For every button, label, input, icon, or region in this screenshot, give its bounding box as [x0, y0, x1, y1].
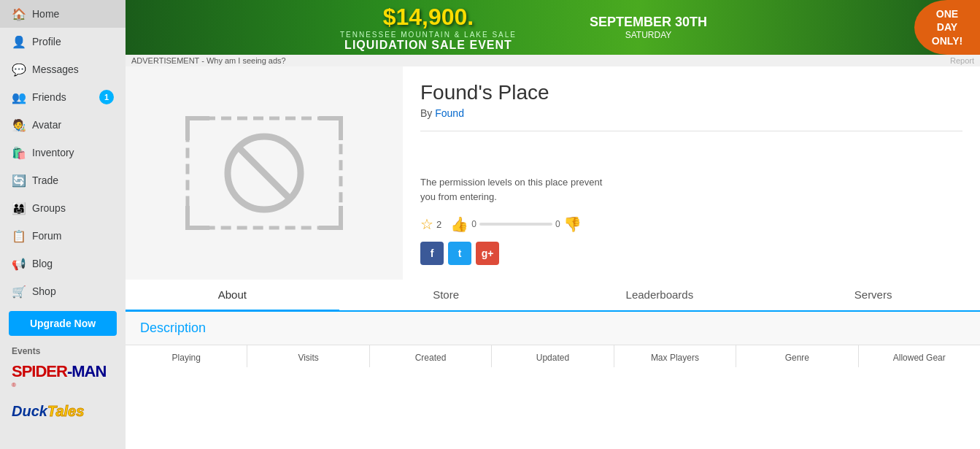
ad-banner: $14,900. TENNESSEE MOUNTAIN & LAKE SALE … — [126, 0, 980, 55]
twitter-share-button[interactable]: t — [448, 242, 471, 265]
sidebar-label-avatar: Avatar — [32, 119, 114, 131]
sidebar-label-groups: Groups — [32, 202, 114, 214]
stat-visits: Visits — [247, 345, 369, 367]
tabs: About Store Leaderboards Servers — [126, 280, 980, 312]
forum-icon: 📋 — [12, 229, 26, 243]
googleplus-share-button[interactable]: g+ — [476, 242, 499, 265]
stat-allowedgear: Allowed Gear — [859, 345, 980, 367]
ad-line1: TENNESSEE MOUNTAIN & LAKE SALE — [340, 31, 517, 39]
sidebar-item-home[interactable]: 🏠 Home — [0, 0, 126, 28]
stat-updated-label: Updated — [536, 353, 569, 363]
vote-bar: 👍 0 0 👎 — [450, 215, 581, 233]
stat-updated: Updated — [492, 345, 614, 367]
facebook-share-button[interactable]: f — [420, 242, 444, 265]
place-author-line: By Found — [420, 107, 962, 119]
sidebar-label-forum: Forum — [32, 230, 114, 242]
sidebar-item-shop[interactable]: 🛒 Shop — [0, 277, 126, 305]
sidebar-label-inventory: Inventory — [32, 147, 114, 158]
stat-genre-label: Genre — [785, 353, 809, 363]
place-top: Found's Place By Found The permission le… — [126, 66, 980, 280]
trade-icon: 🔄 — [12, 173, 26, 188]
sidebar-label-shop: Shop — [32, 285, 114, 297]
friends-badge: 1 — [99, 90, 114, 104]
sidebar-item-friends[interactable]: 👥 Friends 1 — [0, 83, 126, 111]
ad-price: $14,900. — [383, 4, 474, 31]
tab-store[interactable]: Store — [339, 280, 553, 312]
ad-report-link[interactable]: Report — [950, 56, 974, 65]
home-icon: 🏠 — [12, 7, 26, 21]
ad-oneday: ONE DAY ONLY! — [914, 0, 980, 55]
place-permission-text: The permission levels on this place prev… — [420, 175, 610, 204]
divider-top — [420, 131, 962, 131]
stat-created: Created — [370, 345, 492, 367]
sidebar-item-inventory[interactable]: 🛍️ Inventory — [0, 139, 126, 166]
tab-leaderboards[interactable]: Leaderboards — [553, 280, 767, 312]
sidebar-item-groups[interactable]: 👨‍👩‍👧 Groups — [0, 194, 126, 222]
sidebar-label-messages: Messages — [32, 64, 114, 75]
friends-icon: 👥 — [12, 90, 26, 104]
sidebar-label-blog: Blog — [32, 258, 114, 269]
shop-icon: 🛒 — [12, 284, 26, 299]
ad-notice-text: ADVERTISEMENT - Why am I seeing ads? — [131, 56, 286, 65]
place-title: Found's Place — [420, 81, 962, 104]
sidebar-item-forum[interactable]: 📋 Forum — [0, 222, 126, 250]
sidebar-item-trade[interactable]: 🔄 Trade — [0, 166, 126, 194]
description-title: Description — [140, 321, 965, 336]
thumbdown-button[interactable]: 👎 — [563, 215, 582, 233]
vote-separator — [479, 223, 552, 226]
stat-playing: Playing — [126, 345, 247, 367]
favorite-button[interactable]: ☆ 2 — [420, 215, 441, 233]
main-content: $14,900. TENNESSEE MOUNTAIN & LAKE SALE … — [126, 0, 980, 449]
ad-date: SEPTEMBER 30TH — [590, 15, 707, 30]
event-spiderman[interactable]: SPIDER-MAN ® — [0, 358, 126, 399]
upvote-count: 0 — [471, 219, 477, 229]
sidebar-item-avatar[interactable]: 🧑‍🎨 Avatar — [0, 111, 126, 139]
upgrade-button[interactable]: Upgrade Now — [9, 311, 117, 336]
downvote-count: 0 — [555, 219, 560, 229]
stat-allowedgear-label: Allowed Gear — [893, 353, 946, 363]
sidebar-label-friends: Friends — [32, 91, 99, 103]
star-icon: ☆ — [420, 215, 433, 233]
inventory-icon: 🛍️ — [12, 145, 26, 160]
messages-icon: 💬 — [12, 62, 26, 77]
blog-icon: 📢 — [12, 256, 26, 271]
social-buttons: f t g+ — [420, 242, 962, 265]
ad-notice: ADVERTISEMENT - Why am I seeing ads? Rep… — [126, 55, 980, 66]
svg-line-2 — [239, 147, 290, 199]
sidebar-item-profile[interactable]: 👤 Profile — [0, 28, 126, 55]
thumbnail-placeholder-svg — [180, 111, 348, 235]
place-thumbnail — [126, 66, 403, 280]
events-label: Events — [0, 342, 126, 358]
sidebar: 🏠 Home 👤 Profile 💬 Messages 👥 Friends 1 … — [0, 0, 126, 449]
event-ducktales[interactable]: DuckTales — [0, 399, 126, 424]
ducktales-logo: DuckTales — [12, 403, 84, 419]
ad-day: SATURDAY — [590, 30, 707, 40]
groups-icon: 👨‍👩‍👧 — [12, 201, 26, 215]
sidebar-item-blog[interactable]: 📢 Blog — [0, 250, 126, 277]
sidebar-item-messages[interactable]: 💬 Messages — [0, 55, 126, 83]
tab-servers[interactable]: Servers — [766, 280, 980, 312]
stat-maxplayers: Max Players — [614, 345, 736, 367]
sidebar-label-trade: Trade — [32, 174, 114, 186]
place-author-link[interactable]: Found — [435, 107, 464, 119]
profile-icon: 👤 — [12, 34, 26, 49]
stat-visits-label: Visits — [298, 353, 318, 363]
avatar-icon: 🧑‍🎨 — [12, 118, 26, 132]
tab-about[interactable]: About — [126, 280, 339, 312]
sidebar-label-profile: Profile — [32, 36, 114, 47]
stat-created-label: Created — [415, 353, 447, 363]
spiderman-logo: SPIDER-MAN — [12, 362, 106, 380]
thumbup-button[interactable]: 👍 — [450, 215, 468, 233]
stat-playing-label: Playing — [172, 353, 201, 363]
place-info: Found's Place By Found The permission le… — [403, 66, 980, 280]
star-count: 2 — [436, 219, 441, 230]
stat-maxplayers-label: Max Players — [651, 353, 699, 363]
ad-line2: LIQUIDATION SALE EVENT — [344, 39, 512, 52]
stats-row: Playing Visits Created Updated Max Playe… — [126, 345, 980, 367]
stat-genre: Genre — [736, 345, 858, 367]
place-actions: ☆ 2 👍 0 0 👎 — [420, 215, 962, 233]
place-card: Found's Place By Found The permission le… — [126, 66, 980, 449]
description-section: Description — [126, 312, 980, 345]
sidebar-label-home: Home — [32, 8, 114, 20]
